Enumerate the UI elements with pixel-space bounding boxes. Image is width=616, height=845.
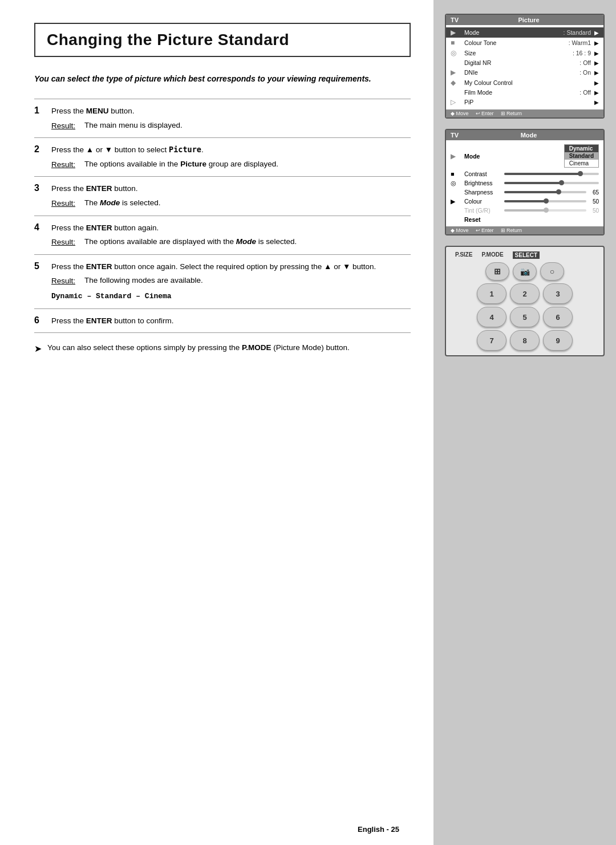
- mode-dropdown: Dynamic Standard Cinema: [564, 144, 599, 168]
- keypad-btn-4[interactable]: 4: [477, 307, 506, 327]
- tv-row-icon: ▶: [451, 68, 464, 76]
- keypad-btn-grid[interactable]: ⊞: [485, 262, 509, 281]
- mode-row-tint: Tint (G/R) 50: [446, 206, 603, 215]
- contrast-fill: [504, 173, 580, 175]
- step-1-content: Press the MENU button. Result: The main …: [51, 105, 411, 132]
- keypad-btn-8[interactable]: 8: [510, 330, 540, 351]
- intro-text: You can select the type of picture which…: [34, 73, 411, 85]
- step-5-number: 5: [34, 261, 51, 303]
- brightness-thumb: [559, 180, 564, 185]
- contrast-thumb: [578, 171, 583, 176]
- step-4-result: Result: The options available are displa…: [51, 236, 411, 249]
- tv-footer-return: ⊞ Return: [501, 228, 522, 233]
- tv-body-2: ▶ Mode Dynamic Standard Cinema ■ Contras…: [446, 140, 603, 226]
- step-2-content: Press the ▲ or ▼ button to select Pictur…: [51, 144, 411, 170]
- keypad-screen: P.SIZE P.MODE SELECT ⊞ 📷 ○ 1 2 3: [445, 246, 605, 356]
- step-5-content: Press the ENTER button once again. Selec…: [51, 261, 411, 303]
- keypad-label-psize: P.SIZE: [455, 251, 472, 259]
- sharpness-thumb: [556, 189, 561, 194]
- keypad-row-123: 1 2 3: [451, 283, 599, 304]
- colour-thumb: [544, 198, 549, 204]
- tv-footer-1: ◆ Move ↩ Enter ⊞ Return: [446, 109, 603, 117]
- keypad-labels-row: P.SIZE P.MODE SELECT: [451, 251, 599, 259]
- keypad-btn-5[interactable]: 5: [510, 307, 540, 327]
- step-3-number: 3: [34, 182, 51, 209]
- tv-row-arrow: ▶: [594, 90, 599, 96]
- step-4: 4 Press the ENTER button again. Result: …: [34, 216, 411, 255]
- tv-title-2: Mode: [521, 132, 537, 139]
- step-1-number: 1: [34, 105, 51, 132]
- tv-row-label: DNIe: [464, 69, 579, 76]
- step-1-result-text: The main menu is displayed.: [84, 120, 183, 132]
- colour-value: 50: [586, 198, 599, 205]
- tv-header-1: TV Picture: [446, 15, 603, 25]
- keypad-btn-6[interactable]: 6: [543, 307, 573, 327]
- tv-row-label: PiP: [464, 99, 591, 105]
- tv-footer-return: ⊞ Return: [501, 111, 522, 116]
- keypad-btn-camera[interactable]: 📷: [513, 262, 537, 281]
- step-3-result: Result: The Mode is selected.: [51, 197, 411, 210]
- tv-row-icon: ◎: [451, 49, 464, 57]
- step-3-result-text: The Mode is selected.: [84, 197, 161, 210]
- step-1-result: Result: The main menu is displayed.: [51, 120, 411, 132]
- mode-opt-dynamic: Dynamic: [565, 145, 598, 152]
- keypad-btn-7[interactable]: 7: [477, 330, 506, 351]
- keypad-btn-2[interactable]: 2: [510, 283, 540, 304]
- step-2: 2 Press the ▲ or ▼ button to select Pict…: [34, 138, 411, 177]
- tv-row-value: : Off: [579, 89, 591, 96]
- keypad-btn-1[interactable]: 1: [477, 283, 506, 304]
- content-area: Changing the Picture Standard You can se…: [0, 0, 616, 845]
- mode-opt-cinema: Cinema: [565, 160, 598, 167]
- tint-fill: [504, 209, 545, 212]
- keypad-btn-3[interactable]: 3: [543, 283, 573, 304]
- keypad-label-select: SELECT: [513, 251, 540, 259]
- mode-icon: ■: [451, 170, 464, 177]
- mode-label: Sharpness: [464, 189, 504, 196]
- tv-row-digitalnr: Digital NR : Off ▶: [446, 58, 603, 67]
- step-4-result-text: The options available are displayed with…: [84, 236, 297, 249]
- tv-menu-mode: TV Mode ▶ Mode Dynamic Standard Cinema: [445, 129, 605, 235]
- step-3-instruction: Press the ENTER button.: [51, 184, 138, 193]
- left-panel: Changing the Picture Standard You can se…: [0, 0, 433, 845]
- step-6: 6 Press the ENTER button to confirm.: [34, 309, 411, 334]
- dynamic-line: Dynamic – Standard – Cinema: [51, 291, 411, 303]
- tv-header-2: TV Mode: [446, 130, 603, 140]
- steps-container: 1 Press the MENU button. Result: The mai…: [34, 99, 411, 333]
- tv-row-value: : Standard: [564, 29, 591, 36]
- tv-row-icon: ▷: [451, 98, 464, 106]
- tip-text: You can also select these options simply…: [47, 342, 350, 354]
- page-title: Changing the Picture Standard: [47, 31, 398, 49]
- step-6-instruction: Press the ENTER button to confirm.: [51, 316, 174, 325]
- tv-row-value: : On: [579, 69, 591, 76]
- keypad-btn-9[interactable]: 9: [543, 330, 573, 351]
- tv-row-dnie: ▶ DNIe : On ▶: [446, 67, 603, 78]
- step-5-result: Result: The following modes are availabl…: [51, 275, 411, 287]
- keypad-btn-circle[interactable]: ○: [540, 262, 564, 281]
- tv-row-colourtone: ■ Colour Tone : Warm1 ▶: [446, 38, 603, 48]
- tv-row-label: My Colour Control: [464, 79, 591, 86]
- mode-row-colour: ▶ Colour 50: [446, 197, 603, 206]
- tv-row-label: Mode: [464, 29, 564, 36]
- tv-footer-move: ◆ Move: [451, 111, 469, 116]
- tv-row-arrow: ▶: [594, 50, 599, 56]
- mode-label: Reset: [464, 216, 481, 223]
- mode-row-contrast: ■ Contrast: [446, 169, 603, 178]
- tv-row-value: : Off: [579, 59, 591, 66]
- tv-row-icon: ◆: [451, 79, 464, 87]
- tint-thumb: [544, 208, 549, 213]
- keypad-row-456: 4 5 6: [451, 307, 599, 327]
- tv-row-size: ◎ Size : 16 : 9 ▶: [446, 48, 603, 58]
- colour-fill: [504, 200, 545, 202]
- tv-row-arrow: ▶: [594, 60, 599, 66]
- mode-row-brightness: ◎ Brightness: [446, 178, 603, 188]
- step-6-number: 6: [34, 315, 51, 327]
- tv-title-1: Picture: [518, 17, 539, 23]
- tv-row-value: : 16 : 9: [573, 50, 591, 56]
- step-4-number: 4: [34, 222, 51, 249]
- tv-label-2: TV: [451, 132, 459, 139]
- tv-row-label: Colour Tone: [464, 39, 569, 46]
- step-2-result: Result: The options available in the Pic…: [51, 159, 411, 171]
- step-5-result-text: The following modes are available.: [84, 275, 203, 287]
- tv-menu-picture: TV Picture ▶ Mode : Standard ▶ ■ Colour …: [445, 14, 605, 119]
- tip-arrow-icon: ➤: [34, 342, 42, 356]
